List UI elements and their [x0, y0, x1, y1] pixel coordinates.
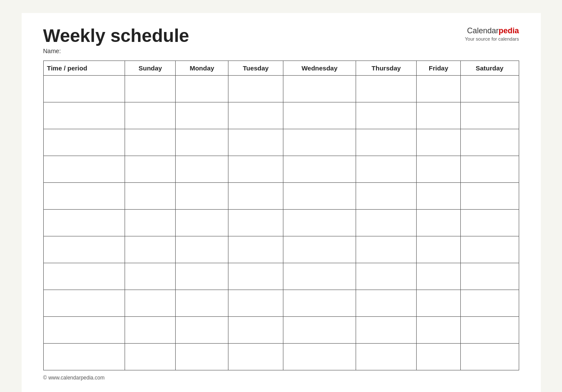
table-cell[interactable]: [417, 263, 460, 290]
table-row[interactable]: [43, 344, 519, 370]
table-cell[interactable]: [176, 76, 228, 102]
table-cell[interactable]: [125, 290, 176, 317]
table-cell[interactable]: [460, 76, 519, 102]
table-cell[interactable]: [356, 183, 417, 210]
table-cell[interactable]: [356, 317, 417, 344]
table-cell[interactable]: [125, 236, 176, 263]
table-cell[interactable]: [43, 156, 125, 183]
table-cell[interactable]: [43, 290, 125, 317]
table-cell[interactable]: [417, 236, 460, 263]
table-cell[interactable]: [43, 263, 125, 290]
table-cell[interactable]: [460, 344, 519, 370]
table-row[interactable]: [43, 156, 519, 183]
table-cell[interactable]: [43, 210, 125, 236]
table-cell[interactable]: [460, 290, 519, 317]
table-cell[interactable]: [176, 183, 228, 210]
table-cell[interactable]: [176, 210, 228, 236]
table-cell[interactable]: [125, 344, 176, 370]
table-cell[interactable]: [125, 129, 176, 156]
table-cell[interactable]: [125, 263, 176, 290]
table-cell[interactable]: [417, 317, 460, 344]
table-cell[interactable]: [283, 236, 356, 263]
table-cell[interactable]: [460, 236, 519, 263]
table-cell[interactable]: [417, 344, 460, 370]
table-cell[interactable]: [283, 76, 356, 102]
table-cell[interactable]: [356, 236, 417, 263]
table-cell[interactable]: [228, 317, 283, 344]
table-cell[interactable]: [356, 344, 417, 370]
table-row[interactable]: [43, 317, 519, 344]
table-cell[interactable]: [356, 156, 417, 183]
table-cell[interactable]: [125, 102, 176, 129]
table-cell[interactable]: [356, 76, 417, 102]
table-cell[interactable]: [228, 236, 283, 263]
table-cell[interactable]: [43, 129, 125, 156]
table-cell[interactable]: [228, 156, 283, 183]
table-cell[interactable]: [283, 183, 356, 210]
table-cell[interactable]: [356, 290, 417, 317]
table-row[interactable]: [43, 76, 519, 102]
table-cell[interactable]: [176, 102, 228, 129]
table-cell[interactable]: [228, 76, 283, 102]
table-row[interactable]: [43, 183, 519, 210]
table-cell[interactable]: [460, 102, 519, 129]
table-cell[interactable]: [176, 344, 228, 370]
table-cell[interactable]: [460, 156, 519, 183]
table-row[interactable]: [43, 236, 519, 263]
table-cell[interactable]: [176, 290, 228, 317]
table-cell[interactable]: [356, 210, 417, 236]
table-cell[interactable]: [417, 76, 460, 102]
table-cell[interactable]: [176, 156, 228, 183]
table-cell[interactable]: [283, 344, 356, 370]
table-cell[interactable]: [228, 290, 283, 317]
table-cell[interactable]: [283, 263, 356, 290]
table-cell[interactable]: [176, 317, 228, 344]
table-cell[interactable]: [228, 344, 283, 370]
table-cell[interactable]: [176, 263, 228, 290]
table-cell[interactable]: [283, 156, 356, 183]
table-cell[interactable]: [228, 183, 283, 210]
table-row[interactable]: [43, 210, 519, 236]
table-cell[interactable]: [356, 129, 417, 156]
table-cell[interactable]: [460, 263, 519, 290]
table-cell[interactable]: [283, 210, 356, 236]
table-row[interactable]: [43, 129, 519, 156]
table-cell[interactable]: [125, 156, 176, 183]
table-cell[interactable]: [417, 156, 460, 183]
table-cell[interactable]: [460, 183, 519, 210]
table-row[interactable]: [43, 263, 519, 290]
table-cell[interactable]: [417, 210, 460, 236]
table-cell[interactable]: [176, 129, 228, 156]
table-cell[interactable]: [228, 129, 283, 156]
table-cell[interactable]: [283, 317, 356, 344]
table-cell[interactable]: [356, 263, 417, 290]
table-cell[interactable]: [417, 129, 460, 156]
table-cell[interactable]: [460, 129, 519, 156]
table-cell[interactable]: [283, 290, 356, 317]
table-cell[interactable]: [176, 236, 228, 263]
table-cell[interactable]: [417, 102, 460, 129]
table-cell[interactable]: [125, 76, 176, 102]
table-cell[interactable]: [228, 263, 283, 290]
table-cell[interactable]: [283, 102, 356, 129]
table-cell[interactable]: [460, 210, 519, 236]
table-cell[interactable]: [43, 102, 125, 129]
table-cell[interactable]: [460, 317, 519, 344]
table-cell[interactable]: [228, 210, 283, 236]
table-cell[interactable]: [417, 183, 460, 210]
table-row[interactable]: [43, 290, 519, 317]
table-cell[interactable]: [417, 290, 460, 317]
table-cell[interactable]: [43, 236, 125, 263]
table-cell[interactable]: [43, 76, 125, 102]
logo-tagline: Your source for calendars: [465, 36, 519, 42]
table-cell[interactable]: [228, 102, 283, 129]
table-row[interactable]: [43, 102, 519, 129]
table-cell[interactable]: [43, 317, 125, 344]
table-cell[interactable]: [43, 183, 125, 210]
table-cell[interactable]: [283, 129, 356, 156]
table-cell[interactable]: [125, 317, 176, 344]
table-cell[interactable]: [43, 344, 125, 370]
table-cell[interactable]: [125, 183, 176, 210]
table-cell[interactable]: [125, 210, 176, 236]
table-cell[interactable]: [356, 102, 417, 129]
